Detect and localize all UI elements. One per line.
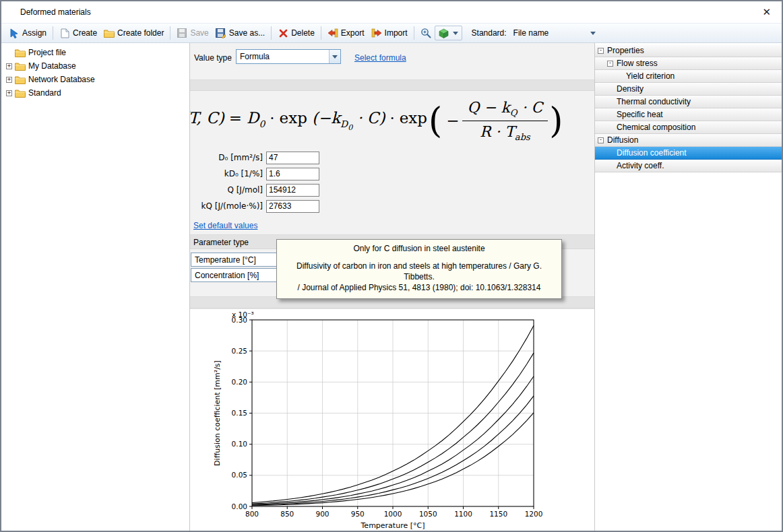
tooltip-reference-line-2: / Journal of Applied Physics 51, 4813 (1…: [282, 282, 556, 293]
group-separator: [190, 79, 594, 91]
collapse-icon[interactable]: [598, 137, 604, 143]
new-document-icon: [59, 28, 70, 38]
expand-icon[interactable]: [6, 63, 12, 69]
standard-group: Standard: File name: [472, 27, 598, 39]
big-paren-close: ): [549, 106, 563, 135]
properties-tree: PropertiesFlow stressYield criterionDens…: [595, 44, 782, 172]
svg-text:0.10: 0.10: [232, 440, 247, 448]
save-disk-icon: [177, 28, 187, 38]
assign-cursor-icon: [9, 28, 20, 38]
property-item-flow-stress[interactable]: Flow stress: [595, 57, 782, 70]
toolbar-separator: [170, 26, 170, 40]
export-button[interactable]: Export: [324, 26, 368, 40]
create-folder-label: Create folder: [117, 28, 164, 38]
chevron-down-icon: [590, 32, 596, 35]
delete-button[interactable]: Delete: [274, 26, 318, 40]
create-folder-button[interactable]: Create folder: [100, 26, 167, 40]
create-label: Create: [73, 28, 97, 38]
parameter-type-value-concentration: Concentration [%]: [191, 271, 280, 280]
import-label: Import: [385, 28, 408, 38]
select-formula-link[interactable]: Select formula: [354, 53, 406, 63]
value-type-label: Value type: [194, 53, 232, 63]
param-input-kq[interactable]: [266, 200, 319, 213]
close-icon[interactable]: ✕: [762, 6, 771, 18]
param-input-q[interactable]: [266, 184, 319, 197]
tree-item-network-database[interactable]: Network Database: [1, 73, 189, 86]
magnifier-plus-icon: [420, 28, 431, 38]
preview-zoom-button[interactable]: [417, 26, 435, 40]
formula-block: DC(T, C)=D0·exp(−kD0· C)·exp ( − Q − kQ·…: [190, 92, 594, 149]
property-item-chemical-composition[interactable]: Chemical composition: [595, 121, 782, 134]
property-item-yield-criterion[interactable]: Yield criterion: [595, 70, 782, 83]
tree-item-label: Project file: [28, 48, 66, 57]
folder-icon: [15, 62, 26, 71]
property-item-label: Diffusion: [607, 135, 638, 145]
property-item-label: Diffusion coefficient: [617, 148, 687, 158]
set-default-values-link[interactable]: Set default values: [193, 221, 257, 230]
save-as-button[interactable]: Save as...: [212, 26, 268, 40]
material-library-button[interactable]: [435, 26, 462, 40]
param-row-q: Q [J/mol]: [190, 182, 594, 198]
main-area: Project fileMy DatabaseNetwork DatabaseS…: [1, 43, 782, 531]
toolbar-separator: [53, 26, 53, 40]
chart-area: 800850900950100010501100115012000.000.05…: [190, 308, 594, 531]
property-item-density[interactable]: Density: [595, 83, 782, 96]
param-label-kq: kQ [J/(mole·%)]: [190, 201, 263, 211]
assign-button[interactable]: Assign: [5, 26, 50, 40]
toolbar: Assign Create Create folder Save S: [1, 23, 782, 43]
property-item-diffusion[interactable]: Diffusion: [595, 134, 782, 147]
tree-item-label: My Database: [28, 61, 76, 71]
param-input-kd0[interactable]: [266, 168, 319, 180]
toolbar-separator: [271, 26, 272, 40]
save-as-disk-icon: [216, 28, 226, 38]
svg-text:0.20: 0.20: [232, 378, 247, 386]
param-row-d0: D₀ [mm²/s]: [190, 149, 594, 166]
tree-item-my-database[interactable]: My Database: [1, 59, 189, 73]
tree-item-standard[interactable]: Standard: [1, 86, 189, 100]
svg-text:0.15: 0.15: [232, 409, 247, 417]
value-type-combo-value: Formula: [237, 52, 329, 61]
standard-combo-value: File name: [513, 28, 549, 38]
save-label: Save: [190, 28, 208, 38]
save-as-label: Save as...: [229, 28, 265, 38]
chevron-down-icon: [332, 55, 338, 59]
standard-combo[interactable]: File name: [511, 27, 598, 39]
property-item-activity-coeff[interactable]: Activity coeff.: [595, 160, 782, 172]
collapse-icon[interactable]: [607, 61, 613, 67]
folder-icon: [15, 89, 26, 98]
property-item-label: Thermal conductivity: [617, 97, 691, 106]
tree-item-label: Standard: [28, 88, 61, 98]
value-type-combo[interactable]: Formula: [236, 49, 341, 64]
delete-x-icon: [278, 28, 288, 38]
formula-display: DC(T, C)=D0·exp(−kD0· C)·exp ( − Q − kQ·…: [190, 99, 564, 142]
svg-text:900: 900: [315, 510, 329, 518]
collapse-icon[interactable]: [598, 48, 604, 54]
material-cube-icon: [439, 28, 449, 38]
property-item-label: Properties: [607, 46, 644, 55]
property-item-specific-heat[interactable]: Specific heat: [595, 108, 782, 121]
toolbar-separator: [321, 26, 321, 40]
tree-item-project-file[interactable]: Project file: [1, 46, 189, 59]
svg-text:x 10⁻³: x 10⁻³: [232, 310, 254, 319]
svg-text:0.00: 0.00: [232, 502, 247, 510]
create-button[interactable]: Create: [56, 26, 100, 40]
param-label-q: Q [J/mol]: [190, 185, 263, 195]
reference-tooltip: Only for C diffusion in steel austenite …: [276, 239, 562, 299]
folder-icon: [15, 48, 26, 57]
database-tree-panel: Project fileMy DatabaseNetwork DatabaseS…: [1, 43, 190, 531]
import-button[interactable]: Import: [368, 26, 411, 40]
svg-text:0.25: 0.25: [232, 347, 247, 355]
new-folder-icon: [104, 28, 115, 38]
parameter-fields: D₀ [mm²/s] kD₀ [1/%] Q [J/mol] kQ [J/(mo…: [190, 149, 594, 214]
param-input-d0[interactable]: [266, 152, 319, 164]
formula-fraction: Q − kQ· C R · Tabs: [462, 99, 549, 142]
save-button[interactable]: Save: [173, 26, 212, 40]
expand-icon[interactable]: [6, 77, 12, 83]
property-item-diffusion-coefficient[interactable]: Diffusion coefficient: [595, 147, 782, 160]
property-item-thermal-conductivity[interactable]: Thermal conductivity: [595, 96, 782, 108]
titlebar[interactable]: Deformed materials ✕: [1, 1, 782, 23]
property-item-label: Activity coeff.: [617, 161, 664, 170]
property-item-label: Yield criterion: [626, 71, 675, 81]
property-item-properties[interactable]: Properties: [595, 44, 782, 57]
expand-icon[interactable]: [6, 90, 12, 96]
